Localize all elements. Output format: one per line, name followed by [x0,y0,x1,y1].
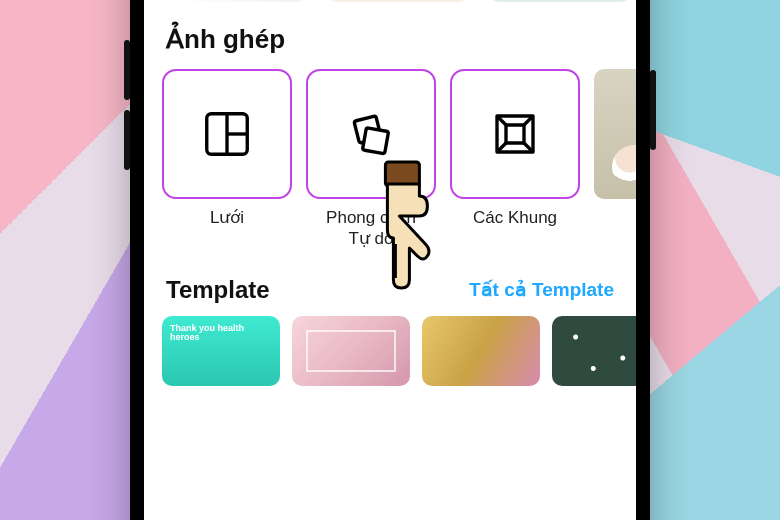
phone-frame: Ảnh ghép Lưới [130,0,650,520]
effect-card-stars[interactable] [162,0,310,2]
template-section-title: Template [166,276,270,304]
all-templates-link[interactable]: Tất cả Template [469,278,614,301]
collage-preview-thumb[interactable] [594,69,636,199]
svg-rect-4 [362,128,388,154]
collage-frames-button[interactable] [450,69,580,199]
collage-freestyle-label: Phong cách Tự do [326,207,416,250]
template-card-health-heroes[interactable]: Thank you health heroes [162,316,280,386]
template-card-caption: Thank you health heroes [170,324,272,344]
template-card-sparkle-dark[interactable] [552,316,636,386]
template-card-pink-frame[interactable] [292,316,410,386]
frame-icon [488,107,542,161]
template-carousel[interactable]: Thank you health heroes [144,316,636,386]
collage-frames-label: Các Khung [473,207,557,228]
collage-section-title: Ảnh ghép [144,2,636,69]
collage-options-row: Lưới Phong cách Tự do [144,69,636,250]
grid-icon [200,107,254,161]
app-screen: Ảnh ghép Lưới [144,0,636,520]
collage-grid-label: Lưới [210,207,244,228]
svg-rect-6 [506,125,524,143]
collage-grid-button[interactable] [162,69,292,199]
effects-carousel[interactable] [144,0,636,2]
freestyle-icon [344,107,398,161]
effect-card-flowers[interactable] [486,0,634,2]
collage-freestyle-button[interactable] [306,69,436,199]
template-card-gold-collage[interactable] [422,316,540,386]
effect-card-paint[interactable] [324,0,472,2]
